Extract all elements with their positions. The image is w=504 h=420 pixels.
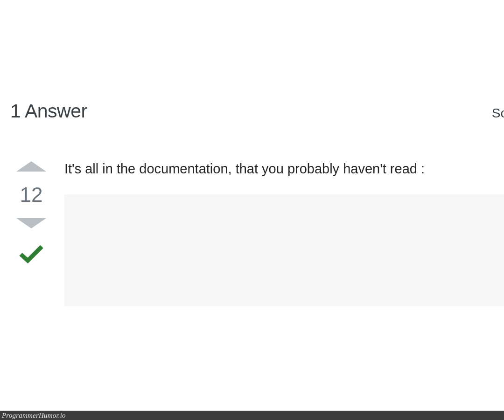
watermark-bar: ProgrammerHumor.io [0, 411, 504, 420]
sort-label: So [492, 106, 504, 121]
answer-row: 12 It's all in the documentation, that y… [10, 159, 504, 306]
vote-count: 12 [20, 185, 43, 205]
upvote-icon[interactable] [16, 161, 46, 172]
answers-count-title: 1 Answer [10, 100, 87, 122]
answer-text: It's all in the documentation, that you … [64, 159, 504, 179]
answer-body: It's all in the documentation, that you … [64, 159, 504, 306]
downvote-icon[interactable] [16, 218, 46, 228]
vote-column: 12 [10, 159, 52, 264]
answers-header: 1 Answer So [10, 100, 504, 122]
code-block [64, 194, 504, 306]
accepted-check-icon[interactable] [19, 243, 44, 264]
